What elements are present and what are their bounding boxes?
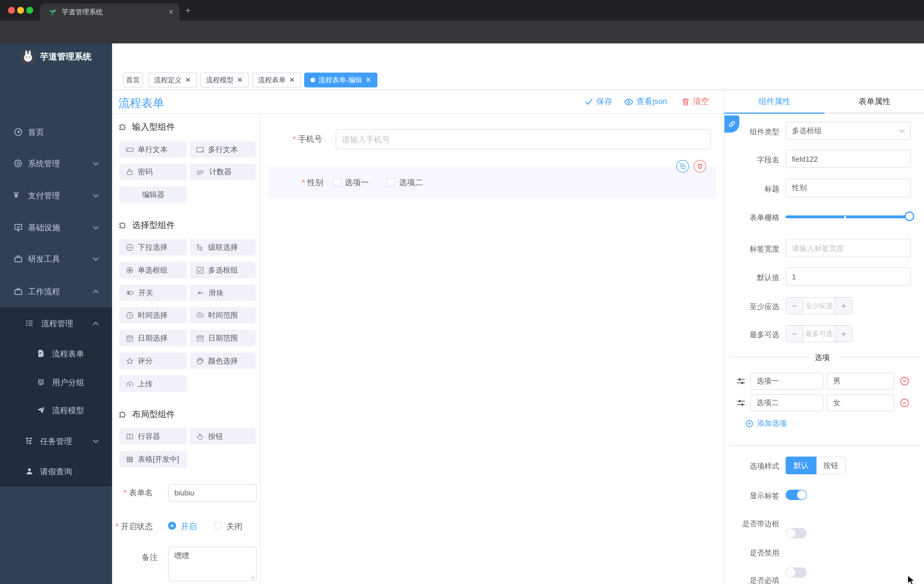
component-type-select[interactable] xyxy=(785,122,911,140)
form-name-field[interactable] xyxy=(168,484,257,502)
sidebar-item-task-mgmt[interactable]: 任务管理 xyxy=(0,427,112,456)
sidebar-item-user-group[interactable]: 用户分组 xyxy=(0,368,112,396)
option-drag-handle[interactable] xyxy=(736,376,746,386)
show-label-switch[interactable] xyxy=(785,490,807,500)
slider-handle[interactable] xyxy=(904,211,914,221)
component-color-picker[interactable]: 颜色选择 xyxy=(190,352,256,369)
field-name-field[interactable] xyxy=(785,150,911,168)
gender-checkbox-2[interactable] xyxy=(387,178,395,186)
gender-option-2-label[interactable]: 选项二 xyxy=(399,178,423,188)
view-json-button[interactable]: 查看json xyxy=(624,97,667,107)
tab-close-icon[interactable]: ✕ xyxy=(365,77,371,84)
option-2-label-input[interactable] xyxy=(750,394,823,411)
phone-field[interactable] xyxy=(336,129,711,149)
option-drag-handle[interactable] xyxy=(736,398,746,408)
delete-component-button[interactable] xyxy=(693,160,706,173)
gender-option-1-label[interactable]: 选项一 xyxy=(345,178,369,188)
stepper-placeholder[interactable]: 至少应选 xyxy=(803,298,835,314)
tab-form-props[interactable]: 表单属性 xyxy=(825,90,924,113)
title-field[interactable] xyxy=(785,179,911,197)
tab-close-icon[interactable]: ✕ xyxy=(168,8,174,16)
radio-on[interactable] xyxy=(168,522,176,530)
option-1-label-input[interactable] xyxy=(750,373,823,390)
form-remark-textarea[interactable] xyxy=(168,547,257,581)
label-width-input[interactable] xyxy=(785,239,911,257)
sidebar-item-infra[interactable]: 基础设施 xyxy=(0,213,112,242)
traffic-light-minimize[interactable] xyxy=(17,7,24,14)
tab-close-icon[interactable]: ✕ xyxy=(289,77,295,84)
clear-button[interactable]: 清空 xyxy=(681,97,709,107)
route-tab-process-form[interactable]: 流程表单✕ xyxy=(252,72,301,87)
component-multi-text[interactable]: 多行文本 xyxy=(190,141,256,158)
new-tab-button[interactable]: + xyxy=(185,5,191,16)
route-tab-process-definition[interactable]: 流程定义✕ xyxy=(148,72,197,87)
tab-close-icon[interactable]: ✕ xyxy=(185,77,191,84)
form-name-input[interactable] xyxy=(168,484,257,502)
field-name-input[interactable] xyxy=(785,150,911,168)
plus-button[interactable]: + xyxy=(835,298,852,314)
tab-close-icon[interactable]: ✕ xyxy=(237,77,243,84)
option-2-value-field[interactable] xyxy=(827,394,894,411)
plus-button[interactable]: + xyxy=(835,326,852,342)
component-checkbox-group[interactable]: 多选框组 xyxy=(190,262,256,278)
sidebar-item-leave-query[interactable]: 请假查询 xyxy=(0,457,112,486)
option-1-value-field[interactable] xyxy=(827,373,894,390)
min-select-stepper[interactable]: − 至少应选 + xyxy=(785,297,853,314)
component-select[interactable]: 下拉选择 xyxy=(119,239,187,255)
component-editor[interactable]: 编辑器 xyxy=(119,186,187,203)
component-radio-group[interactable]: 单选框组 xyxy=(119,262,187,278)
radio-off-label[interactable]: 关闭 xyxy=(226,522,243,532)
component-upload[interactable]: 上传 xyxy=(119,375,187,392)
add-option-button[interactable]: 添加选项 xyxy=(745,418,787,429)
minus-button[interactable]: − xyxy=(786,326,803,342)
form-grid-slider[interactable] xyxy=(785,211,913,222)
default-value-field[interactable] xyxy=(785,267,911,286)
component-counter[interactable]: 123计数器 xyxy=(190,163,256,180)
slider-track[interactable] xyxy=(785,216,909,218)
component-single-text[interactable]: 单行文本 xyxy=(119,141,187,158)
sidebar-logo[interactable]: 芋道管理系统 xyxy=(0,43,112,70)
radio-on-label[interactable]: 开启 xyxy=(181,522,197,532)
traffic-light-close[interactable] xyxy=(8,7,15,14)
radio-off[interactable] xyxy=(214,522,222,530)
minus-button[interactable]: − xyxy=(786,298,803,314)
option-2-value-input[interactable] xyxy=(827,394,894,411)
route-tab-process-model[interactable]: 流程模型✕ xyxy=(200,72,249,87)
component-button[interactable]: 按钮 xyxy=(190,428,256,444)
component-row-container[interactable]: 行容器 xyxy=(119,428,187,444)
sidebar-item-process-form[interactable]: 流程表单 xyxy=(0,339,112,368)
option-2-label-field[interactable] xyxy=(750,394,823,411)
title-input[interactable] xyxy=(785,179,911,197)
option-1-value-input[interactable] xyxy=(827,373,894,390)
tab-component-props[interactable]: 组件属性 xyxy=(724,90,825,113)
phone-input[interactable] xyxy=(336,129,711,149)
component-date-range[interactable]: 日期范围 xyxy=(190,330,256,346)
remove-option-1-button[interactable] xyxy=(899,376,910,386)
component-slider[interactable]: 滑块 xyxy=(190,285,256,301)
label-width-field[interactable] xyxy=(785,239,911,257)
sidebar-item-system[interactable]: 系统管理 xyxy=(0,149,112,178)
component-switch[interactable]: 开关 xyxy=(119,285,187,301)
sidebar-item-process-mgmt[interactable]: 流程管理 xyxy=(0,309,112,338)
sidebar-item-workflow[interactable]: 工作流程 xyxy=(0,277,112,306)
component-table-dev[interactable]: 表格[开发中] xyxy=(119,451,187,467)
style-button-button[interactable]: 按钮 xyxy=(817,457,846,474)
component-type-value[interactable] xyxy=(785,122,911,140)
sidebar-item-payment[interactable]: ¥ 支付管理 xyxy=(0,181,112,210)
sidebar-item-process-model[interactable]: 流程模型 xyxy=(0,396,112,424)
component-cascader[interactable]: 级联选择 xyxy=(190,239,256,255)
option-1-label-field[interactable] xyxy=(750,373,823,390)
component-time-picker[interactable]: 时间选择 xyxy=(119,307,187,323)
sidebar-item-devtools[interactable]: 研发工具 xyxy=(0,245,112,273)
save-button[interactable]: 保存 xyxy=(584,97,612,107)
component-password[interactable]: 密码 xyxy=(119,163,187,180)
copy-component-button[interactable] xyxy=(676,160,689,173)
component-time-range[interactable]: 时间范围 xyxy=(190,307,256,323)
style-default-button[interactable]: 默认 xyxy=(785,457,817,474)
form-remark-field[interactable] xyxy=(168,547,257,581)
default-value-input[interactable] xyxy=(785,267,911,286)
browser-tab[interactable]: 芋道管理系统 ✕ xyxy=(40,3,180,21)
route-tab-home[interactable]: 首页 xyxy=(123,72,143,87)
disabled-switch[interactable] xyxy=(785,568,807,578)
gender-checkbox-1[interactable] xyxy=(333,178,341,186)
